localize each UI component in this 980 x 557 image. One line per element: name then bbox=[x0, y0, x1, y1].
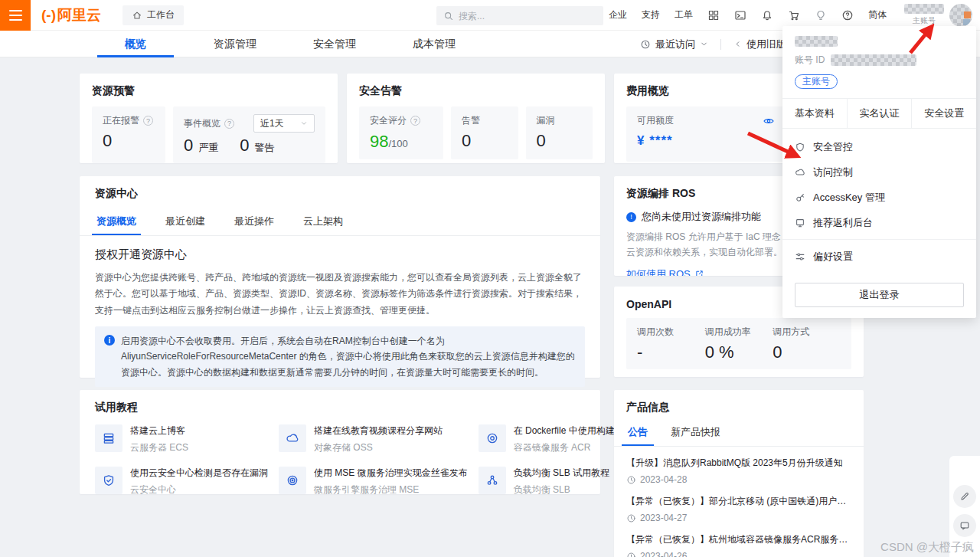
clock-icon bbox=[626, 513, 636, 523]
tutorial-ecs[interactable]: 搭建云上博客云服务器 ECS bbox=[95, 424, 268, 454]
chevron-down-icon bbox=[700, 40, 708, 48]
announcement-title: 【升级】消息队列RabbitMQ版 2023年5月份升级通知 bbox=[626, 457, 851, 470]
apps-icon[interactable] bbox=[707, 9, 720, 21]
security-alert-card: 安全告警 安全评分? 98/100 告警 0 漏洞 0 bbox=[347, 74, 605, 163]
help-icon[interactable]: ? bbox=[410, 116, 420, 126]
language-switch[interactable]: 简体 bbox=[868, 8, 887, 21]
menu-item-security-control[interactable]: 安全管控 bbox=[782, 134, 976, 159]
console-icon[interactable] bbox=[734, 9, 746, 21]
tutorials-title: 试用教程 bbox=[95, 401, 585, 414]
tutorial-security-center[interactable]: 使用云安全中心检测是否存在漏洞云安全中心 bbox=[95, 467, 268, 496]
topbar-link-support[interactable]: 支持 bbox=[642, 8, 660, 21]
tab-overview[interactable]: 概览 bbox=[86, 31, 185, 57]
avatar[interactable] bbox=[949, 4, 972, 27]
menu-item-ram[interactable]: 访问控制 bbox=[782, 159, 976, 185]
api-method-stat: 调用方式 0 bbox=[773, 326, 841, 362]
cart-icon[interactable] bbox=[788, 9, 800, 21]
api-calls-stat: 调用次数 - bbox=[637, 326, 705, 362]
tutorial-sub: 云服务器 ECS bbox=[130, 441, 188, 454]
tab-security-management[interactable]: 安全管理 bbox=[285, 31, 384, 57]
tab-new-products[interactable]: 新产品快报 bbox=[669, 422, 722, 446]
tutorial-title: 搭建云上博客 bbox=[130, 424, 188, 437]
menu-item-rebate[interactable]: 推荐返利后台 bbox=[782, 210, 976, 235]
events-label: 事件概览 bbox=[184, 117, 220, 130]
nav-tabs: 概览 资源管理 安全管理 成本管理 bbox=[86, 31, 484, 57]
shield-icon bbox=[95, 467, 122, 494]
eye-icon[interactable] bbox=[763, 115, 775, 127]
tab-recent-operations[interactable]: 最近操作 bbox=[233, 210, 276, 235]
announcement-item[interactable]: 【异常（已恢复）】部分北京移动 (原中国铁通)用户网络访问存在丢包... 202… bbox=[626, 495, 851, 523]
tab-resource-overview[interactable]: 资源概览 bbox=[95, 210, 138, 235]
announcement-title: 【异常（已恢复）】部分北京移动 (原中国铁通)用户网络访问存在丢包... bbox=[626, 495, 851, 508]
logout-button[interactable]: 退出登录 bbox=[795, 283, 964, 307]
vuln-statbox: 漏洞 0 bbox=[526, 106, 593, 159]
chat-button[interactable] bbox=[953, 514, 976, 537]
menu-item-preferences[interactable]: 偏好设置 bbox=[782, 244, 976, 269]
cloud-icon bbox=[279, 424, 306, 452]
feedback-pencil-button[interactable] bbox=[953, 485, 976, 508]
key-icon bbox=[795, 192, 805, 203]
recent-visits-dropdown[interactable]: 最近访问 bbox=[640, 38, 708, 51]
account-id-blurred bbox=[831, 54, 916, 66]
help-icon[interactable]: ? bbox=[143, 116, 153, 126]
tutorial-title: 负载均衡 SLB 试用教程 bbox=[514, 467, 609, 480]
hamburger-menu-icon[interactable] bbox=[0, 0, 31, 31]
aliyun-logo[interactable]: (-)阿里云 bbox=[41, 5, 101, 25]
vuln-label: 漏洞 bbox=[537, 114, 555, 127]
tutorial-oss[interactable]: 搭建在线教育视频课程分享网站对象存储 OSS bbox=[279, 424, 468, 454]
tab-resource-management[interactable]: 资源管理 bbox=[185, 31, 285, 57]
bell-icon[interactable] bbox=[761, 9, 773, 21]
score-label: 安全评分 bbox=[370, 114, 407, 127]
tutorial-mse[interactable]: 使用 MSE 微服务治理实现金丝雀发布微服务引擎服务治理 MSE bbox=[279, 467, 468, 496]
recent-visits-label: 最近访问 bbox=[655, 38, 695, 51]
workbench-label: 工作台 bbox=[147, 8, 175, 21]
help-icon[interactable] bbox=[841, 9, 854, 21]
alarm-label: 告警 bbox=[462, 114, 480, 127]
tab-recently-created[interactable]: 最近创建 bbox=[164, 210, 207, 235]
workbench-button[interactable]: 工作台 bbox=[122, 5, 184, 25]
announcement-date: 2023-04-26 bbox=[640, 551, 687, 557]
search-input[interactable] bbox=[459, 11, 581, 21]
resource-center-description: 资源中心为您提供跨账号、跨产品、跨地域的资源统一视图及资源搜索能力，您可以查看全… bbox=[95, 270, 585, 319]
announcement-item[interactable]: 【异常（已恢复）】杭州地域容器镜像服务ACR服务异常 2023-04-26 bbox=[626, 533, 851, 557]
ros-howto-link[interactable]: 如何使用 ROS bbox=[626, 267, 704, 276]
global-search[interactable] bbox=[436, 6, 603, 25]
legacy-version-button[interactable]: 使用旧版 bbox=[733, 38, 786, 51]
resource-alert-card: 资源预警 正在报警? 0 事件概览? 近1天 0严重 0警告 bbox=[80, 74, 338, 163]
tab-cost-management[interactable]: 成本管理 bbox=[384, 31, 484, 57]
bulb-icon[interactable] bbox=[815, 9, 827, 21]
resource-center-subtitle: 授权开通资源中心 bbox=[95, 247, 585, 262]
tab-basic-info[interactable]: 基本资料 bbox=[782, 99, 847, 128]
menu-item-accesskey[interactable]: AccessKey 管理 bbox=[782, 185, 976, 210]
account-entry[interactable]: 主账号 bbox=[904, 4, 972, 27]
tab-real-name-auth[interactable]: 实名认证 bbox=[847, 99, 912, 128]
alarm-statbox: 告警 0 bbox=[451, 106, 518, 159]
severe-label: 严重 bbox=[198, 141, 218, 155]
tab-announcements[interactable]: 公告 bbox=[626, 422, 649, 446]
openapi-stats: 调用次数 - 调用成功率 0 % 调用方式 0 bbox=[626, 318, 851, 369]
tab-cloud-architecture[interactable]: 云上架构 bbox=[302, 210, 345, 235]
help-icon[interactable]: ? bbox=[224, 119, 234, 129]
account-type-label: 主账号 bbox=[913, 15, 936, 26]
alarm-value: 0 bbox=[462, 132, 508, 150]
warning-label: 警告 bbox=[255, 141, 275, 155]
main-account-badge: 主账号 bbox=[795, 74, 838, 89]
topbar-link-enterprise[interactable]: 企业 bbox=[609, 8, 627, 21]
tutorial-title: 使用云安全中心检测是否存在漏洞 bbox=[130, 467, 268, 480]
logo-bracket-icon: (-) bbox=[41, 7, 56, 24]
tutorials-card: 试用教程 搭建云上博客云服务器 ECS 搭建在线教育视频课程分享网站对象存储 O… bbox=[80, 390, 600, 494]
event-range-value: 近1天 bbox=[260, 117, 284, 130]
nav-right: 最近访问 使用旧版 bbox=[640, 31, 786, 57]
external-link-icon bbox=[694, 269, 704, 276]
legacy-version-label: 使用旧版 bbox=[746, 38, 786, 51]
cloud-icon bbox=[795, 167, 805, 178]
announcement-item[interactable]: 【升级】消息队列RabbitMQ版 2023年5月份升级通知 2023-04-2… bbox=[626, 457, 851, 485]
event-range-select[interactable]: 近1天 bbox=[253, 114, 315, 133]
topbar-link-ticket[interactable]: 工单 bbox=[675, 8, 693, 21]
notice-text: 启用资源中心不会收取费用。开启后，系统会自动在RAM控制台中创建一个名为 Ali… bbox=[121, 333, 576, 380]
security-score-statbox: 安全评分? 98/100 bbox=[359, 106, 443, 159]
announcement-date: 2023-04-27 bbox=[640, 513, 687, 523]
api-calls-label: 调用次数 bbox=[637, 326, 705, 339]
tab-security-settings[interactable]: 安全设置 bbox=[911, 99, 976, 128]
tutorial-sub: 微服务引擎服务治理 MSE bbox=[314, 483, 468, 496]
